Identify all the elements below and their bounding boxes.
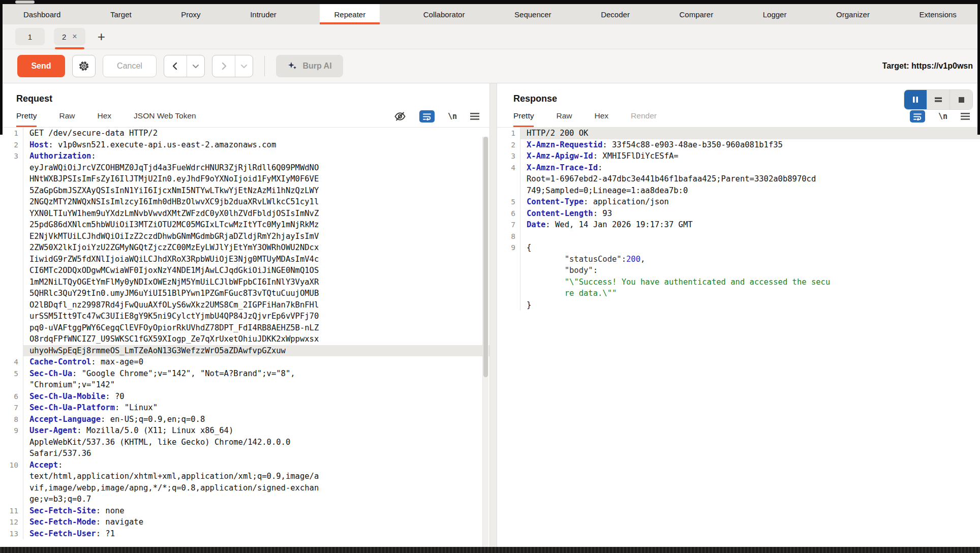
panel-divider[interactable] xyxy=(489,83,497,551)
editor-line[interactable]: uhyoHwSpEqEj8rmmeOS_LmTZeAoN13G3WefzzWrO… xyxy=(0,345,489,357)
main-tab-decoder[interactable]: Decoder xyxy=(595,4,636,24)
main-tab-logger[interactable]: Logger xyxy=(757,4,793,24)
editor-line[interactable]: Safari/537.36 xyxy=(0,448,489,459)
editor-line[interactable]: Root=1-6967ebd2-a47dbc3e441b46f1bafaa425… xyxy=(497,173,980,185)
editor-line[interactable]: "statusCode":200, xyxy=(497,254,980,265)
response-panel: Response PrettyRawHexRender \n xyxy=(497,83,980,551)
close-tab-icon[interactable]: × xyxy=(72,33,77,41)
editor-line[interactable]: 2X-Amzn-Requestid: 33f54c88-e903-48ae-b3… xyxy=(497,139,980,151)
editor-line[interactable]: 8Accept-Language: en-US;q=0.9,en;q=0.8 xyxy=(0,414,489,425)
add-tab-button[interactable]: + xyxy=(98,30,105,43)
response-tab-pretty[interactable]: Pretty xyxy=(513,111,534,127)
newline-toggle-icon[interactable]: \n xyxy=(448,112,457,121)
repeater-tab-1[interactable]: 1 xyxy=(15,28,45,45)
request-editor[interactable]: 1GET /dev/secure-data HTTP/22Host: v1p0w… xyxy=(0,128,489,539)
main-tab-dashboard[interactable]: Dashboard xyxy=(17,4,67,24)
editor-line[interactable]: O8rdqFPfWNCIZ7_U9SWKSC1fGX59XIogp_Ze7qXr… xyxy=(0,333,489,345)
main-tab-organizer[interactable]: Organizer xyxy=(830,4,876,24)
editor-menu-icon[interactable] xyxy=(961,113,970,120)
editor-line[interactable]: 1HTTP/2 200 OK xyxy=(497,128,980,139)
main-tab-sequencer[interactable]: Sequencer xyxy=(508,4,558,24)
repeater-tab-2[interactable]: 2 × xyxy=(54,28,85,45)
editor-line[interactable]: "Chromium";v="142" xyxy=(0,379,489,391)
editor-line[interactable]: 10Accept: xyxy=(0,459,489,471)
forward-button[interactable] xyxy=(212,55,235,77)
editor-line[interactable]: 13Sec-Fetch-User: ?1 xyxy=(0,528,489,540)
editor-line[interactable]: IiwidG9rZW5fdXNlIjoiaWQiLCJhdXRoX3RpbWUi… xyxy=(0,254,489,265)
editor-line[interactable]: 4X-Amzn-Trace-Id: xyxy=(497,162,980,174)
editor-line[interactable]: 9{ xyxy=(497,242,980,254)
editor-line[interactable]: 6Sec-Ch-Ua-Mobile: ?0 xyxy=(0,391,489,403)
response-tab-hex[interactable]: Hex xyxy=(595,111,609,127)
response-tab-raw[interactable]: Raw xyxy=(556,111,572,127)
cancel-button[interactable]: Cancel xyxy=(103,55,157,77)
burp-ai-button[interactable]: Burp AI xyxy=(276,55,343,77)
main-tab-comparer[interactable]: Comparer xyxy=(673,4,719,24)
main-tab-bar: DashboardTargetProxyIntruderRepeaterColl… xyxy=(0,4,980,24)
editor-line[interactable]: HNtWXBJPSIsImFsZyI6IlJTMjU2In0.eyJhdF9oY… xyxy=(0,173,489,185)
request-tab-pretty[interactable]: Pretty xyxy=(16,111,37,127)
editor-line[interactable]: 1mM2NiLTQyOGEtYmFlMy0yNDIxOWEzNjM5YmUiLC… xyxy=(0,276,489,288)
editor-line[interactable]: 4Cache-Control: max-age=0 xyxy=(0,356,489,368)
editor-line[interactable]: "\"Success! You have authenticated and a… xyxy=(497,276,980,288)
response-tab-render[interactable]: Render xyxy=(631,111,657,127)
editor-line[interactable]: "body": xyxy=(497,265,980,276)
editor-line[interactable]: ge;v=b3;q=0.7 xyxy=(0,494,489,505)
main-tab-intruder[interactable]: Intruder xyxy=(244,4,283,24)
editor-line[interactable]: AppleWebKit/537.36 (KHTML, like Gecko) C… xyxy=(0,437,489,448)
editor-line[interactable]: 7Date: Wed, 14 Jan 2026 19:17:37 GMT xyxy=(497,219,980,231)
request-tab-hex[interactable]: Hex xyxy=(98,111,112,127)
editor-line[interactable]: pq0-uVAFtggPWY6CegqClEVFOyOpiorRkUVhdZ78… xyxy=(0,322,489,334)
editor-line[interactable]: 7Sec-Ch-Ua-Platform: "Linux" xyxy=(0,402,489,414)
main-tab-target[interactable]: Target xyxy=(104,4,138,24)
editor-line[interactable]: E2NjVkMTUiLCJhdWQiOiIzZ2czdDhwbGNmMGdmbG… xyxy=(0,231,489,242)
forward-dropdown-button[interactable] xyxy=(235,55,253,77)
editor-line[interactable]: 5Sec-Ch-Ua: "Google Chrome";v="142", "No… xyxy=(0,368,489,380)
main-tab-collaborator[interactable]: Collaborator xyxy=(417,4,471,24)
hide-nonprinting-eye-icon[interactable] xyxy=(394,110,406,122)
editor-line[interactable]: O2lBDqfl_nz29987Rd4jFwQuuAXfOLyS6wXkz2UM… xyxy=(0,299,489,311)
editor-line[interactable]: 11Sec-Fetch-Site: none xyxy=(0,505,489,517)
editor-line[interactable]: 5QHRlc3QuY29tIn0.umyJM6uYiUI51BlPYwn1PZG… xyxy=(0,288,489,299)
editor-line[interactable]: 3Authorization: xyxy=(0,150,489,162)
main-tab-proxy[interactable]: Proxy xyxy=(175,4,206,24)
request-tab-json-web-token[interactable]: JSON Web Token xyxy=(134,111,196,127)
editor-line[interactable]: 9User-Agent: Mozilla/5.0 (X11; Linux x86… xyxy=(0,425,489,437)
editor-line[interactable]: 1GET /dev/secure-data HTTP/2 xyxy=(0,128,489,139)
request-tab-raw[interactable]: Raw xyxy=(59,111,75,127)
editor-line[interactable]: CI6MTc2ODQxODgwMCwiaWF0IjoxNzY4NDE1MjAwL… xyxy=(0,265,489,276)
editor-line[interactable]: } xyxy=(497,299,980,311)
editor-line[interactable]: 5Content-Type: application/json xyxy=(497,196,980,208)
editor-line[interactable]: 2Host: v1p0wsn521.execute-api.us-east-2.… xyxy=(0,139,489,151)
editor-line[interactable]: 6Content-Length: 93 xyxy=(497,208,980,220)
editor-line[interactable]: vif,image/webp,image/apng,*/*;q=0.8,appl… xyxy=(0,482,489,494)
line-number xyxy=(0,196,23,208)
editor-menu-icon[interactable] xyxy=(470,113,479,120)
editor-line[interactable]: eyJraWQiOiJrcVZCOHBMZ0JqTjd4a3FueWdrcHNU… xyxy=(0,162,489,174)
newline-toggle-icon[interactable]: \n xyxy=(938,112,947,121)
editor-line[interactable]: 749;Sampled=0;Lineage=1:aa8dea7b:0 xyxy=(497,185,980,197)
editor-line[interactable]: 8 xyxy=(497,231,980,242)
send-button[interactable]: Send xyxy=(17,55,65,77)
request-scrollbar-thumb[interactable] xyxy=(483,137,488,377)
main-tab-repeater[interactable]: Repeater xyxy=(320,4,380,24)
editor-line[interactable]: re data.\"" xyxy=(497,288,980,299)
editor-line[interactable]: 2NGQzMTY2NWQxNSIsImlzcyI6Imh0dHBzOlwvXC9… xyxy=(0,196,489,208)
editor-line[interactable]: urSSM5Itt9Tc47wC3UIiE8gY9K5ni9CylctYjmbU… xyxy=(0,311,489,322)
main-tab-extensions[interactable]: Extensions xyxy=(913,4,962,24)
editor-line[interactable]: 2ZW50X2lkIjoiYzU2ZGMyNGQtZjczZC00MzEyLWJ… xyxy=(0,242,489,254)
response-editor[interactable]: 1HTTP/2 200 OK2X-Amzn-Requestid: 33f54c8… xyxy=(497,128,980,311)
editor-line[interactable]: 3X-Amz-Apigw-Id: XMHI5FlDiYcESfA= xyxy=(497,150,980,162)
editor-line[interactable]: 25pdG86dXNlcm5hbWUiOiI3MTZiOTU2MC05MGIxL… xyxy=(0,219,489,231)
back-button[interactable] xyxy=(164,55,187,77)
back-dropdown-button[interactable] xyxy=(187,55,204,77)
settings-button[interactable] xyxy=(72,55,96,77)
line-number xyxy=(497,276,520,288)
request-scrollbar[interactable] xyxy=(482,137,488,551)
word-wrap-icon[interactable] xyxy=(419,110,435,122)
editor-line[interactable]: 5ZaGpGbmJSZXAyQSIsInN1YiI6IjcxNmI5NTYwLT… xyxy=(0,185,489,197)
editor-line[interactable]: text/html,application/xhtml+xml,applicat… xyxy=(0,471,489,482)
editor-line[interactable]: YXN0LTIuYW1hem9uYXdzLmNvbVwvdXMtZWFzdC0y… xyxy=(0,208,489,220)
word-wrap-icon[interactable] xyxy=(910,110,925,122)
editor-line[interactable]: 12Sec-Fetch-Mode: navigate xyxy=(0,516,489,528)
